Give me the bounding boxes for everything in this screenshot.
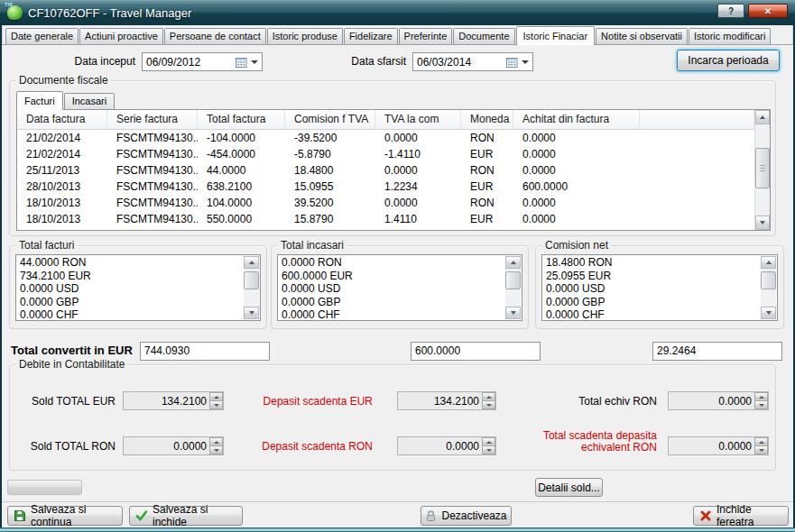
table-row[interactable]: 25/11/2013FSCMTM94130...44.000018.48000.… xyxy=(17,162,754,179)
depasit-scadenta-ron-spinner[interactable]: 0.0000 xyxy=(397,436,496,455)
dezactiveaza-button[interactable]: Dezactiveaza xyxy=(421,506,512,526)
table-cell: 0.0000 xyxy=(513,146,640,162)
documente-fiscale-group: Documente fiscale Facturi Incasari Data … xyxy=(9,80,776,236)
spinner-up-down-icon[interactable] xyxy=(754,437,768,454)
table-cell: 15.8790 xyxy=(285,211,375,227)
total-facturi-group: Total facturi 44.0000 RON734.2100 EUR0.0… xyxy=(9,245,267,329)
table-row[interactable]: 28/10/2013FSCMTM94130...638.210015.09551… xyxy=(17,179,754,195)
scroll-up-icon[interactable] xyxy=(505,256,521,269)
column-header-comision-f-tva[interactable]: Comision f TVA xyxy=(285,110,375,129)
scroll-down-icon[interactable] xyxy=(761,307,776,319)
column-header-achitat-din-factura[interactable]: Achitat din factura xyxy=(513,110,640,129)
table-row[interactable]: 18/10/2013FSCMTM94130...550.000015.87901… xyxy=(17,211,754,227)
total-facturi-listbox[interactable]: 44.0000 RON734.2100 EUR0.0000 USD0.0000 … xyxy=(15,254,261,321)
chevron-down-icon[interactable] xyxy=(522,60,529,64)
detalii-sold-button[interactable]: Detalii sold... xyxy=(535,478,603,497)
table-cell: FSCMTM94130... xyxy=(107,162,198,179)
scroll-up-icon[interactable] xyxy=(755,110,770,124)
scrollbar-thumb[interactable] xyxy=(505,271,521,289)
total-echiv-ron-label: Total echiv RON xyxy=(502,392,657,410)
comision-net-listbox[interactable]: 18.4800 RON25.0955 EUR0.0000 USD0.0000 G… xyxy=(541,254,778,321)
table-cell: 21/02/2014 xyxy=(17,146,107,162)
table-vertical-scrollbar[interactable] xyxy=(754,110,770,230)
listbox-scrollbar[interactable] xyxy=(244,256,259,319)
scrollbar-thumb[interactable] xyxy=(755,148,770,188)
help-button[interactable]: ? xyxy=(717,4,744,18)
salveaza-si-continua-button[interactable]: Salveaza si continua xyxy=(7,506,123,526)
column-header-total-factura[interactable]: Total factura xyxy=(198,110,285,129)
spinner-up-down-icon[interactable] xyxy=(209,392,223,409)
incarca-perioada-button[interactable]: Incarca perioada xyxy=(677,50,780,71)
tab-istoric-modificari[interactable]: Istoric modificari xyxy=(689,28,771,44)
total-convertit-comision-field[interactable]: 29.2464 xyxy=(652,342,782,361)
currency-total-line: 25.0955 EUR xyxy=(544,270,760,283)
title-bar[interactable]: TM CF10762OFF - Travel Manager ? ✕ xyxy=(0,0,795,25)
depasit-scadenta-eur-value: 134.2100 xyxy=(398,395,482,408)
table-cell: -1.4110 xyxy=(375,146,461,162)
chevron-down-icon[interactable] xyxy=(251,60,258,64)
tab-incasari[interactable]: Incasari xyxy=(64,93,116,109)
total-scadenta-depasita-spinner[interactable]: 0.0000 xyxy=(668,436,769,455)
inchide-fereastra-button[interactable]: Inchide fereatra xyxy=(693,506,789,526)
column-header-serie-factura[interactable]: Serie factura xyxy=(107,110,198,129)
sold-total-ron-label: Sold TOTAL RON xyxy=(21,437,116,455)
listbox-scrollbar[interactable] xyxy=(761,256,776,319)
total-convertit-facturi-field[interactable]: 744.0930 xyxy=(140,342,270,361)
tab-istoric-finaciar[interactable]: Istoric Finaciar xyxy=(516,26,596,45)
tab-fidelizare[interactable]: Fidelizare xyxy=(344,28,398,44)
depasit-scadenta-eur-spinner[interactable]: 134.2100 xyxy=(397,391,496,410)
table-row[interactable]: 21/02/2014FSCMTM94130...-454.0000-5.8790… xyxy=(17,146,754,162)
tab-documente[interactable]: Documente xyxy=(453,28,514,44)
table-row[interactable]: 18/10/2013FSCMTM94130...104.000039.52000… xyxy=(17,195,754,211)
total-convertit-label: Total convertit in EUR xyxy=(11,344,133,357)
table-cell: FSCMTM94130... xyxy=(107,195,198,211)
scroll-down-icon[interactable] xyxy=(505,307,521,319)
total-scadenta-depasita-value: 0.0000 xyxy=(669,440,754,453)
comision-net-label: Comision net xyxy=(542,239,611,252)
tab-preferinte[interactable]: Preferinte xyxy=(399,28,453,44)
total-facturi-lines: 44.0000 RON734.2100 EUR0.0000 USD0.0000 … xyxy=(18,256,243,319)
tab-istoric-produse[interactable]: Istoric produse xyxy=(267,28,343,44)
spinner-up-down-icon[interactable] xyxy=(482,392,495,409)
total-convertit-incasari-field[interactable]: 600.0000 xyxy=(411,342,541,361)
tab-date-generale[interactable]: Date generale xyxy=(5,28,79,44)
calendar-icon[interactable] xyxy=(506,57,518,68)
scroll-up-icon[interactable] xyxy=(244,256,259,269)
column-header-tva-la-com[interactable]: TVA la com xyxy=(375,110,461,129)
spinner-up-down-icon[interactable] xyxy=(482,437,495,454)
table-cell: -454.0000 xyxy=(198,146,285,162)
listbox-scrollbar[interactable] xyxy=(505,256,521,319)
tab-notite-si-observatii[interactable]: Notite si observatii xyxy=(596,28,688,44)
scrollbar-thumb[interactable] xyxy=(761,271,776,289)
currency-total-line: 0.0000 USD xyxy=(280,282,504,296)
table-cell: 550.0000 xyxy=(198,211,285,227)
table-cell: 1.4110 xyxy=(375,211,461,227)
tab-facturi[interactable]: Facturi xyxy=(16,91,63,110)
total-incasari-listbox[interactable]: 0.0000 RON600.0000 EUR0.0000 USD0.0000 G… xyxy=(277,254,522,321)
table-cell: FSCMTM94130... xyxy=(107,146,198,162)
scroll-down-icon[interactable] xyxy=(244,307,259,319)
table-cell: RON xyxy=(461,162,513,179)
documente-fiscale-label: Documente fiscale xyxy=(16,74,111,87)
column-header-data-factura[interactable]: Data factura xyxy=(17,110,107,129)
table-row[interactable]: 21/02/2014FSCMTM94130...-104.0000-39.520… xyxy=(17,130,754,146)
column-header-moneda[interactable]: Moneda xyxy=(461,110,513,129)
sold-total-eur-spinner[interactable]: 134.2100 xyxy=(123,391,224,410)
total-echiv-ron-spinner[interactable]: 0.0000 xyxy=(668,391,769,410)
close-button[interactable]: ✕ xyxy=(748,4,788,18)
scroll-up-icon[interactable] xyxy=(761,256,776,269)
spinner-up-down-icon[interactable] xyxy=(754,392,768,409)
data-sfarsit-field[interactable]: 06/03/2014 xyxy=(412,52,533,71)
data-inceput-field[interactable]: 06/09/2012 xyxy=(142,52,263,71)
spinner-up-down-icon[interactable] xyxy=(209,437,223,454)
salveaza-si-inchide-button[interactable]: Salveaza si inchide xyxy=(129,506,243,526)
calendar-icon[interactable] xyxy=(236,57,247,68)
scroll-down-icon[interactable] xyxy=(755,216,770,230)
depasit-scadenta-ron-label: Depasit scadenta RON xyxy=(228,437,373,455)
table-cell-filler xyxy=(640,211,754,227)
sold-total-ron-spinner[interactable]: 0.0000 xyxy=(123,436,224,455)
total-incasari-label: Total incasari xyxy=(278,239,347,252)
scrollbar-thumb[interactable] xyxy=(244,271,259,289)
tab-actiuni-proactive[interactable]: Actiuni proactive xyxy=(79,28,163,44)
tab-persoane-de-contact[interactable]: Persoane de contact xyxy=(164,28,266,44)
